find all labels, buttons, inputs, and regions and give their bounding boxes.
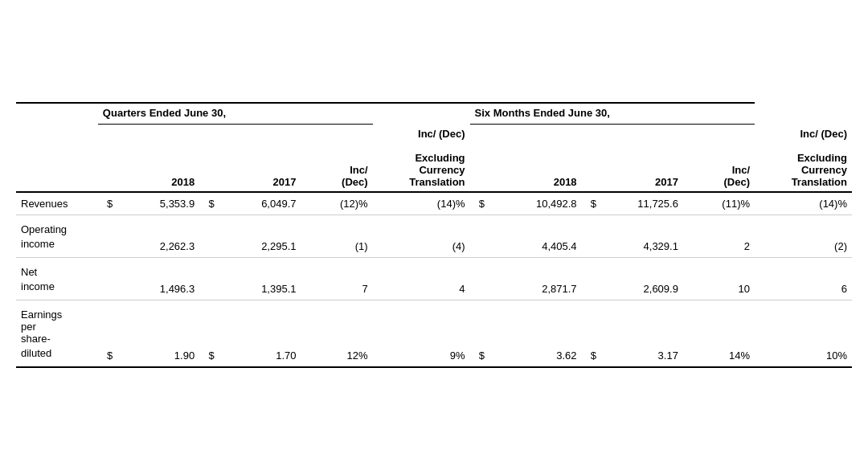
dollar-sign: $	[470, 192, 489, 215]
table-row: per	[16, 321, 852, 333]
net-income-2017-q: 1,395.1	[219, 278, 301, 300]
dollar-sign: $	[98, 192, 117, 215]
row-label-per: per	[16, 321, 98, 333]
operating-income-inc-dec-s: 2	[683, 235, 755, 258]
table-row: diluted $ 1.90 $ 1.70 12% 9% $ 3.62 $ 3.…	[16, 345, 852, 367]
eps-2018-q: 1.90	[117, 345, 199, 367]
section1-header: Quarters Ended June 30,	[98, 103, 373, 125]
col-header-2018-s: 2018	[489, 125, 582, 192]
dollar-sign: $	[582, 192, 601, 215]
table-row: income 1,496.3 1,395.1 7 4 2,871.7 2,609…	[16, 278, 852, 300]
net-income-exc-trans-s: 6	[755, 278, 852, 300]
revenues-2018-q: 5,353.9	[117, 192, 199, 215]
operating-income-exc-trans-s: (2)	[755, 235, 852, 258]
financial-table: Quarters Ended June 30, Six Months Ended…	[16, 102, 852, 368]
revenues-inc-dec-q: (12)%	[301, 192, 373, 215]
dollar-sign: $	[98, 345, 117, 367]
table-row: share-	[16, 333, 852, 345]
table-row: Operating	[16, 215, 852, 235]
row-label-diluted: diluted	[16, 345, 98, 367]
revenues-exc-trans-q: (14)%	[373, 192, 470, 215]
dollar-sign: $	[470, 345, 489, 367]
net-income-2017-s: 2,609.9	[601, 278, 683, 300]
col-header-2018-q: 2018	[117, 125, 199, 192]
revenues-inc-dec-s: (11)%	[683, 192, 755, 215]
col-header-exc-trans-s: Inc/ (Dec)ExcludingCurrencyTranslation	[755, 125, 852, 192]
eps-2017-s: 3.17	[601, 345, 683, 367]
col-header-inc-dec-q: Inc/(Dec)	[301, 125, 373, 192]
operating-income-2017-s: 4,329.1	[601, 235, 683, 258]
net-income-2018-q: 1,496.3	[117, 278, 199, 300]
table-row: Earnings	[16, 300, 852, 321]
eps-2017-q: 1.70	[219, 345, 301, 367]
row-label-earnings: Earnings	[16, 300, 98, 321]
net-income-2018-s: 2,871.7	[489, 278, 582, 300]
col-header-exc-trans-q: Inc/ (Dec)ExcludingCurrencyTranslation	[373, 125, 470, 192]
net-income-inc-dec-q: 7	[301, 278, 373, 300]
table-row: Net	[16, 257, 852, 278]
row-label-net: Net	[16, 257, 98, 278]
row-label-income: income	[16, 235, 98, 258]
operating-income-2017-q: 2,295.1	[219, 235, 301, 258]
dollar-sign: $	[199, 345, 219, 367]
table-row: income 2,262.3 2,295.1 (1) (4) 4,405.4 4…	[16, 235, 852, 258]
net-income-exc-trans-q: 4	[373, 278, 470, 300]
operating-income-exc-trans-q: (4)	[373, 235, 470, 258]
row-label-net-income: income	[16, 278, 98, 300]
operating-income-inc-dec-q: (1)	[301, 235, 373, 258]
col-header-2017-q: 2017	[219, 125, 301, 192]
eps-exc-trans-s: 10%	[755, 345, 852, 367]
row-label-operating: Operating	[16, 215, 98, 235]
col-header-2017-s: 2017	[601, 125, 683, 192]
eps-inc-dec-q: 12%	[301, 345, 373, 367]
dollar-sign: $	[582, 345, 601, 367]
revenues-2017-q: 6,049.7	[219, 192, 301, 215]
net-income-inc-dec-s: 10	[683, 278, 755, 300]
revenues-2018-s: 10,492.8	[489, 192, 582, 215]
operating-income-2018-q: 2,262.3	[117, 235, 199, 258]
eps-exc-trans-q: 9%	[373, 345, 470, 367]
operating-income-2018-s: 4,405.4	[489, 235, 582, 258]
revenues-2017-s: 11,725.6	[601, 192, 683, 215]
table-row: Revenues $ 5,353.9 $ 6,049.7 (12)% (14)%…	[16, 192, 852, 215]
row-label-revenues: Revenues	[16, 192, 98, 215]
revenues-exc-trans-s: (14)%	[755, 192, 852, 215]
row-label-share: share-	[16, 333, 98, 345]
eps-2018-s: 3.62	[489, 345, 582, 367]
section2-header: Six Months Ended June 30,	[470, 103, 755, 125]
dollar-sign: $	[199, 192, 219, 215]
col-header-inc-dec-s: Inc/(Dec)	[683, 125, 755, 192]
eps-inc-dec-s: 14%	[683, 345, 755, 367]
